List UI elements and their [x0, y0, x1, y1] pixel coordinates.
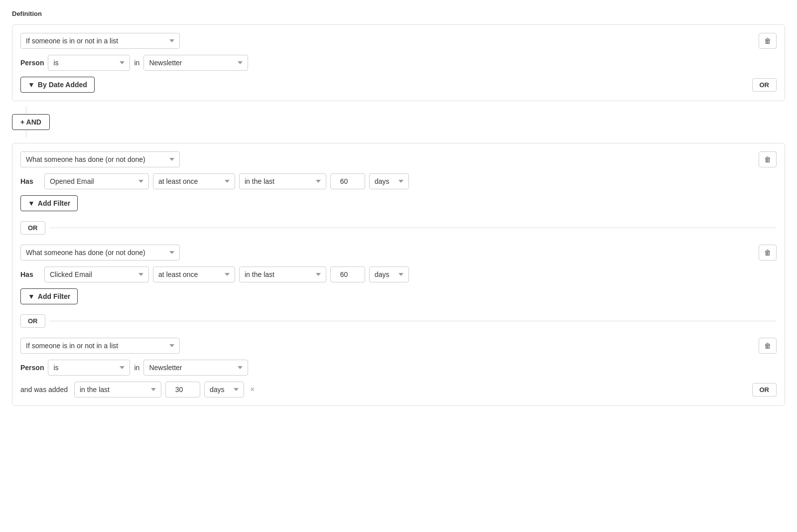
filter-icon-2: ▼ [28, 199, 35, 207]
block2-addfilter-row: ▼ Add Filter [20, 195, 777, 211]
and-was-added-label: and was added [20, 386, 70, 394]
block3-count-input[interactable] [330, 266, 365, 282]
block4-unit-select[interactable]: days weeks months [204, 382, 244, 398]
filter-icon: ▼ [28, 81, 35, 89]
delete-icon-3: 🗑 [764, 249, 771, 257]
block3-timeframe-select[interactable]: in the last before after [239, 266, 326, 282]
condition-block-2: What someone has done (or not done) If s… [12, 143, 785, 219]
block1-or-button[interactable]: OR [752, 78, 777, 92]
or-group-container: What someone has done (or not done) If s… [12, 143, 785, 406]
block3-delete-button[interactable]: 🗑 [759, 245, 777, 261]
in-label-4: in [134, 364, 139, 372]
block2-add-filter-button[interactable]: ▼ Add Filter [20, 195, 78, 211]
block4-person-row: Person is is not in Newsletter Subscribe… [20, 360, 777, 376]
block4-clear-button[interactable]: × [248, 383, 257, 396]
person-label: Person [20, 59, 44, 67]
block2-timeframe-select[interactable]: in the last before after [239, 173, 326, 189]
block3-type-select[interactable]: What someone has done (or not done) If s… [20, 245, 180, 261]
block2-has-row: Has Opened Email Clicked Email Visited S… [20, 173, 777, 189]
block2-unit-select[interactable]: days weeks months [369, 173, 409, 189]
has-label-3: Has [20, 270, 40, 278]
block1-filter-row: ▼ By Date Added OR [20, 77, 777, 93]
block2-action-select[interactable]: Opened Email Clicked Email Visited Site [44, 173, 149, 189]
delete-icon: 🗑 [764, 37, 771, 45]
or-button-1[interactable]: OR [20, 221, 45, 235]
block4-count-input[interactable] [165, 382, 200, 398]
block2-header: What someone has done (or not done) If s… [20, 151, 777, 167]
filter-icon-3: ▼ [28, 292, 35, 300]
block4-type-select[interactable]: If someone is in or not in a list What s… [20, 338, 180, 354]
block4-header: If someone is in or not in a list What s… [20, 338, 777, 354]
block2-frequency-select[interactable]: at least once zero times exactly [153, 173, 235, 189]
block3-header: What someone has done (or not done) If s… [20, 245, 777, 261]
and-line-bottom [26, 130, 26, 138]
or-line-2 [49, 321, 777, 321]
block1-header: If someone is in or not in a list 🗑 [20, 33, 777, 49]
or-line-1 [49, 228, 777, 228]
and-line-top [26, 106, 26, 114]
block1-delete-button[interactable]: 🗑 [759, 33, 777, 49]
person-label-4: Person [20, 364, 44, 372]
block3-addfilter-row: ▼ Add Filter [20, 288, 777, 304]
block4-person-is-select[interactable]: is is not [48, 360, 130, 376]
or-divider-1: OR [12, 219, 785, 237]
condition-block-3: What someone has done (or not done) If s… [12, 237, 785, 312]
block3-has-row: Has Clicked Email Opened Email Visited S… [20, 266, 777, 282]
or-button-2[interactable]: OR [20, 314, 45, 328]
block3-add-filter-button[interactable]: ▼ Add Filter [20, 288, 78, 304]
block2-type-select[interactable]: What someone has done (or not done) If s… [20, 151, 180, 167]
add-filter-label-2: Add Filter [38, 199, 70, 207]
block3-action-select[interactable]: Clicked Email Opened Email Visited Site [44, 266, 149, 282]
condition-block-4: If someone is in or not in a list What s… [12, 330, 785, 405]
block1-person-row: Person is is not in Newsletter Subscribe… [20, 55, 777, 71]
and-connector: + AND [12, 101, 785, 143]
by-date-label: By Date Added [38, 81, 87, 89]
and-button[interactable]: + AND [12, 114, 50, 130]
block4-timeframe-select[interactable]: in the last before after [74, 382, 161, 398]
block4-list-select[interactable]: Newsletter Subscribers Customers [143, 360, 248, 376]
block4-date-row: and was added in the last before after d… [20, 382, 777, 398]
block1-type-select[interactable]: If someone is in or not in a list [20, 33, 180, 49]
block2-delete-button[interactable]: 🗑 [759, 151, 777, 167]
block4-or-button[interactable]: OR [752, 383, 777, 397]
block1-by-date-button[interactable]: ▼ By Date Added [20, 77, 95, 93]
in-label: in [134, 59, 139, 67]
section-title: Definition [12, 10, 785, 17]
block2-count-input[interactable] [330, 173, 365, 189]
add-filter-label-3: Add Filter [38, 292, 70, 300]
block3-unit-select[interactable]: days weeks months [369, 266, 409, 282]
block1-person-is-select[interactable]: is is not [48, 55, 130, 71]
delete-icon-4: 🗑 [764, 342, 771, 350]
condition-block-1: If someone is in or not in a list 🗑 Pers… [12, 24, 785, 101]
has-label-2: Has [20, 177, 40, 185]
or-divider-2: OR [12, 312, 785, 330]
delete-icon-2: 🗑 [764, 155, 771, 163]
block3-frequency-select[interactable]: at least once zero times exactly [153, 266, 235, 282]
block1-list-select[interactable]: Newsletter Subscribers Customers [143, 55, 248, 71]
block4-delete-button[interactable]: 🗑 [759, 338, 777, 354]
